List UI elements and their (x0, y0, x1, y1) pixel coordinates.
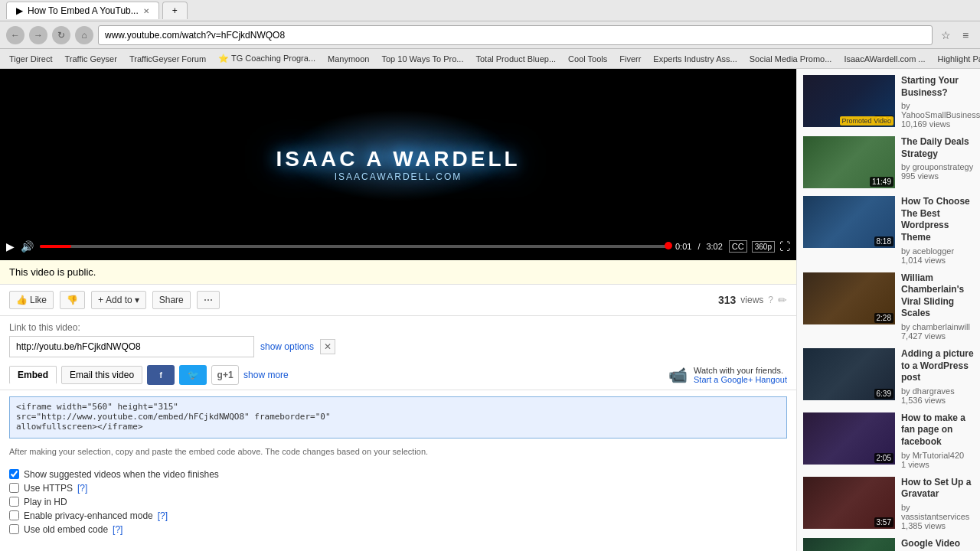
quality-button[interactable]: 360p (752, 241, 775, 253)
embed-tab[interactable]: Embed (9, 366, 57, 384)
new-tab[interactable]: + (162, 2, 188, 19)
suggested-videos-checkbox[interactable] (9, 469, 19, 479)
bookmark-top10[interactable]: Top 10 Ways To Pro... (377, 53, 468, 65)
views-count: 313 (718, 294, 736, 306)
sidebar-channel: by aceblogger (901, 246, 974, 256)
refresh-button[interactable]: ↻ (52, 26, 70, 44)
progress-dot (665, 242, 672, 249)
link-label: Link to this video: (9, 322, 787, 333)
link-input[interactable] (9, 336, 254, 357)
bookmark-manymoon[interactable]: Manymoon (323, 53, 374, 65)
hangout-link[interactable]: Start a Google+ Hangout (694, 375, 787, 384)
tab-close-btn[interactable]: ✕ (143, 7, 149, 15)
sidebar-channel: by YahooSmallBusiness (901, 101, 980, 119)
video-player[interactable]: ISAAC A WARDELL ISAACAWARDELL.COM ▶ 🔊 0:… (0, 69, 796, 260)
back-button[interactable]: ← (6, 26, 24, 44)
privacy-checkbox[interactable] (9, 510, 19, 520)
tab-favicon: ▶ (16, 5, 23, 16)
main-content: ISAAC A WARDELL ISAACAWARDELL.COM ▶ 🔊 0:… (0, 69, 796, 551)
like-button[interactable]: 👍 Like (9, 291, 54, 309)
views-edit-icon[interactable]: ✏ (778, 294, 787, 306)
twitter-share-button[interactable]: 🐦 (179, 365, 207, 385)
option-suggested-videos: Show suggested videos when the video fin… (9, 469, 787, 480)
video-overlay: ISAAC A WARDELL ISAACAWARDELL.COM (276, 147, 520, 182)
bookmark-tiger-direct[interactable]: Tiger Direct (5, 53, 57, 65)
cc-button[interactable]: CC (729, 240, 747, 253)
show-more-share[interactable]: show more (243, 370, 289, 380)
public-label: This video is public. (9, 266, 96, 278)
sidebar-video-item[interactable]: 2:05 How to make a fan page on facebook … (803, 412, 974, 469)
active-tab[interactable]: ▶ How To Embed A YouTub... ✕ (6, 2, 159, 19)
fullscreen-button[interactable]: ⛶ (779, 240, 790, 253)
sidebar-video-item[interactable]: 3:57 How to Set Up a Gravatar by vassist… (803, 477, 974, 530)
title-bar: ▶ How To Embed A YouTub... ✕ + (0, 0, 980, 21)
sidebar-video-info: Google Video Sitemap Generator - Create … (901, 538, 974, 551)
hd-checkbox[interactable] (9, 497, 19, 507)
embed-help-text: After making your selection, copy and pa… (9, 445, 787, 458)
email-tab[interactable]: Email this video (61, 366, 142, 384)
star-icon[interactable]: ☆ (937, 27, 954, 44)
sidebar-duration: 2:28 (874, 313, 893, 323)
old-embed-label: Use old embed code (24, 524, 108, 535)
show-options-link[interactable]: show options (260, 341, 314, 352)
bookmark-social-media[interactable]: Social Media Promo... (745, 53, 837, 65)
sidebar-duration: 11:49 (870, 177, 893, 187)
bookmark-isaac[interactable]: IsaacAWardell.com ... (839, 53, 929, 65)
bookmark-experts[interactable]: Experts Industry Ass... (648, 53, 741, 65)
facebook-share-button[interactable]: f (147, 365, 175, 385)
sidebar-video-item[interactable]: 6:00 Google Video Sitemap Generator - Cr… (803, 538, 974, 551)
https-checkbox[interactable] (9, 483, 19, 493)
sidebar-channel: by chamberlainwill (901, 322, 974, 331)
sidebar-video-item[interactable]: 2:28 William Chamberlain's Viral Sliding… (803, 272, 974, 341)
video-subtitle-text: ISAACAWARDELL.COM (276, 171, 520, 182)
googleplus-share-button[interactable]: g+1 (211, 365, 239, 385)
more-button[interactable]: ⋯ (197, 291, 220, 309)
old-embed-help-link[interactable]: [?] (113, 524, 122, 535)
sidebar-video-info: Starting Your Business? by YahooSmallBus… (901, 75, 980, 129)
address-bar[interactable] (98, 25, 933, 45)
bookmark-highlight[interactable]: Highlight Page | Blo... (933, 53, 980, 65)
settings-icon[interactable]: ≡ (957, 27, 974, 44)
play-button[interactable]: ▶ (6, 240, 15, 253)
views-help-icon[interactable]: ? (768, 295, 773, 305)
progress-bar[interactable] (40, 245, 669, 248)
sidebar-video-item[interactable]: 8:18 How To Choose The Best Wordpress Th… (803, 196, 974, 264)
bookmark-tg-coaching[interactable]: ⭐ TG Coaching Progra... (214, 52, 320, 65)
promoted-badge: Promoted Video (840, 116, 893, 126)
share-button[interactable]: Share (152, 291, 191, 309)
sidebar-video-item[interactable]: 6:39 Adding a picture to a WordPress pos… (803, 348, 974, 405)
sidebar-video-item[interactable]: 11:49 The Daily Deals Strategy by groupo… (803, 136, 974, 188)
add-to-chevron: ▾ (135, 295, 139, 305)
bookmark-traffic-geyser[interactable]: Traffic Geyser (60, 53, 121, 65)
old-embed-checkbox[interactable] (9, 524, 19, 534)
dislike-button[interactable]: 👎 (60, 291, 85, 309)
close-link-section[interactable]: ✕ (320, 339, 335, 354)
privacy-label: Enable privacy-enhanced mode (24, 510, 153, 521)
total-time: 3:02 (706, 242, 722, 251)
home-button[interactable]: ⌂ (75, 26, 93, 44)
sidebar-video-item[interactable]: 2:34 Promoted Video Starting Your Busine… (803, 75, 974, 129)
share-tabs: Embed Email this video f 🐦 g+1 show more… (0, 360, 796, 390)
sidebar-video-info: How to Set Up a Gravatar by vassistantse… (901, 477, 974, 530)
bookmark-fiverr[interactable]: Fiverr (615, 53, 645, 65)
sidebar-channel: by grouponstrategy (901, 162, 974, 171)
https-help-link[interactable]: [?] (77, 483, 87, 494)
current-time: 0:01 (675, 242, 691, 251)
sidebar-duration: 6:39 (874, 389, 893, 399)
forward-button[interactable]: → (29, 26, 47, 44)
embed-code-textarea[interactable] (9, 396, 787, 439)
hangout-icon: 📹 (668, 366, 688, 384)
plus-icon: + (98, 295, 103, 305)
bookmark-total-product[interactable]: Total Product Bluep... (471, 53, 560, 65)
thumbs-up-icon: 👍 (16, 295, 28, 305)
sidebar-thumb: 6:39 (803, 348, 895, 400)
hd-label: Play in HD (24, 497, 67, 507)
bookmark-cool-tools[interactable]: Cool Tools (564, 53, 612, 65)
video-title-text: ISAAC A WARDELL (276, 147, 520, 171)
bookmark-tg-forum[interactable]: TrafficGeyser Forum (125, 53, 211, 65)
add-to-button[interactable]: + Add to ▾ (91, 291, 146, 309)
sidebar-video-title: The Daily Deals Strategy (901, 136, 974, 160)
volume-button[interactable]: 🔊 (21, 240, 34, 253)
privacy-help-link[interactable]: [?] (158, 510, 168, 521)
sidebar-views: 1,536 views (901, 396, 974, 405)
